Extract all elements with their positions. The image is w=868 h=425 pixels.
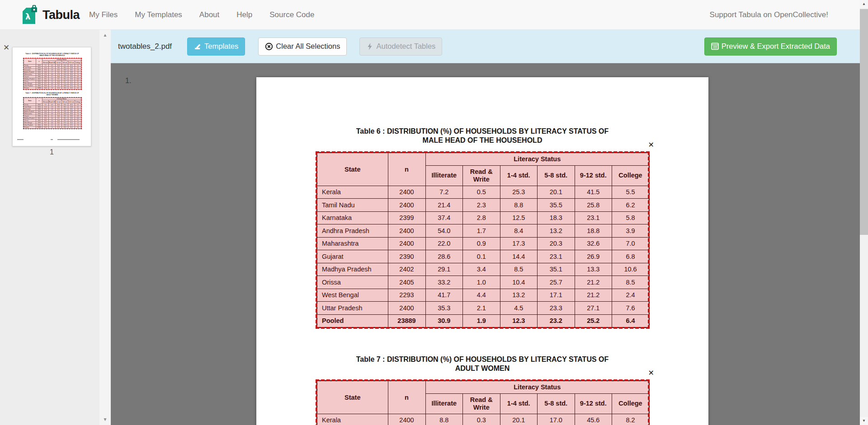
table-row: Andhra Pradesh240054.01.78.413.218.83.9 [24, 111, 81, 113]
nav-item-my-templates[interactable]: My Templates [126, 0, 191, 30]
table-cell: 1.9 [49, 126, 55, 129]
table-row: Madhya Pradesh240229.13.48.535.113.310.6 [24, 78, 81, 80]
preview-export-button[interactable]: Preview & Export Extracted Data [704, 37, 837, 56]
thumb-footer-pagenum [51, 139, 53, 140]
nav-item-source-code[interactable]: Source Code [261, 0, 323, 30]
table-cell: 23889 [36, 126, 42, 129]
remove-page-icon[interactable]: ✕ [3, 44, 9, 51]
table-cell: 12.3 [55, 87, 61, 89]
main-scrollbar[interactable]: ▲ ▼ [860, 0, 868, 425]
table-cell: Andhra Pradesh [24, 111, 36, 113]
sidebar-scroll-down-icon[interactable]: ▼ [99, 417, 111, 422]
remove-circle-icon [265, 42, 273, 51]
table-row: Uttar Pradesh240035.32.14.523.327.17.6 [24, 124, 81, 126]
template-save-icon [194, 42, 202, 50]
table-cell: 6.4 [75, 126, 81, 129]
column-header: 1-4 std. [55, 100, 61, 104]
nav-links: My Files My Templates About Help Source … [80, 0, 323, 30]
column-header: 9-12 std. [68, 61, 75, 65]
remove-selection-1-button[interactable]: ✕ [648, 141, 654, 149]
table-selection-1[interactable] [316, 151, 650, 329]
thumb-footer-source [57, 139, 80, 140]
nav-item-about[interactable]: About [191, 0, 228, 30]
table-cell: 25.2 [68, 87, 75, 89]
column-header: College [75, 61, 81, 65]
table-row: Madhya Pradesh240229.13.48.535.113.310.6 [24, 117, 81, 120]
brand[interactable]: λ Tabula [21, 5, 80, 25]
templates-button-label: Templates [204, 42, 238, 51]
clear-all-selections-button[interactable]: Clear All Selections [258, 37, 347, 56]
pdf-page[interactable]: Table 6 : DISTRIBUTION (%) OF HOUSEHOLDS… [256, 77, 708, 425]
table-cell: 30.9 [42, 87, 49, 89]
clear-button-label: Clear All Selections [276, 42, 340, 51]
filename-label: twotables_2.pdf [118, 42, 172, 51]
table-cell: 12.3 [55, 126, 61, 129]
table-cell: 30.9 [42, 126, 49, 129]
scroll-up-icon[interactable]: ▲ [860, 0, 868, 8]
export-button-label: Preview & Export Extracted Data [722, 42, 830, 51]
column-header: Read & Write [49, 100, 55, 104]
table-cell: Andhra Pradesh [24, 71, 36, 74]
svg-text:λ: λ [25, 12, 30, 21]
scroll-down-icon[interactable]: ▼ [860, 417, 868, 425]
table-cell: Madhya Pradesh [24, 78, 36, 80]
list-table-icon [711, 42, 719, 50]
column-header: 5-8 std. [61, 100, 68, 104]
pdf-viewer: 1. Table 6 : DISTRIBUTION (%) OF HOUSEHO… [111, 63, 860, 425]
column-header: 1-4 std. [55, 61, 61, 65]
table-cell: 23889 [36, 87, 42, 89]
column-header: Illiterate [42, 61, 49, 65]
thumb-table6: State n Literacy Status IlliterateRead &… [24, 58, 81, 89]
remove-selection-2-button[interactable]: ✕ [648, 369, 654, 377]
autodetect-tables-button: Autodetect Tables [359, 37, 442, 56]
table-row: Pooled2388930.91.912.323.225.26.4 [24, 87, 81, 89]
table-cell: Pooled [24, 87, 36, 89]
templates-button[interactable]: Templates [187, 37, 245, 56]
column-header: Read & Write [49, 61, 55, 65]
scrollbar-thumb[interactable] [860, 9, 868, 235]
table-row: Pooled2388930.91.912.323.225.26.4 [24, 126, 81, 129]
nav-item-my-files[interactable]: My Files [80, 0, 126, 30]
table7-region: State n Literacy Status IlliterateRead &… [316, 380, 649, 425]
thumbnail-sidebar: ✕ Table 6 : DISTRIBUTION (%) OF HOUSEHOL… [0, 30, 111, 425]
thumb-footer-text [17, 139, 24, 140]
table-cell: 1.9 [49, 87, 55, 89]
column-header: 5-8 std. [61, 61, 68, 65]
column-header: Illiterate [42, 100, 49, 104]
page-marker: 1. [125, 77, 131, 85]
table-cell: 23.2 [61, 126, 68, 129]
sidebar-scroll-up-icon[interactable]: ▲ [99, 33, 111, 38]
sidebar-scrollbar[interactable]: ▲ ▼ [99, 30, 111, 425]
table-cell: 25.2 [68, 126, 75, 129]
nav-item-help[interactable]: Help [228, 0, 261, 30]
thumbnail-page-number: 1 [12, 148, 91, 156]
table-row: Andhra Pradesh240054.01.78.413.218.83.9 [24, 71, 81, 74]
tabula-logo-icon: λ [21, 5, 38, 25]
thumb-table7: State n Literacy Status IlliterateRead &… [24, 98, 81, 129]
support-link[interactable]: Support Tabula on OpenCollective! [710, 0, 828, 30]
table-selection-2[interactable] [316, 379, 650, 425]
document-toolbar: twotables_2.pdf Templates Clear All Sele… [111, 30, 868, 63]
table6-title: Table 6 : DISTRIBUTION (%) OF HOUSEHOLDS… [256, 127, 708, 145]
table6-region: State n Literacy Status IlliterateRead &… [316, 152, 649, 328]
table-cell: 6.4 [75, 87, 81, 89]
column-header: 9-12 std. [68, 100, 75, 104]
top-navbar: λ Tabula My Files My Templates About Hel… [0, 0, 868, 30]
table-cell: Madhya Pradesh [24, 117, 36, 120]
brand-title: Tabula [42, 8, 80, 22]
thumb-table7-title: Table 7 : DISTRIBUTION (%) OF HOUSEHOLDS… [19, 92, 85, 96]
table-cell: 23.2 [61, 87, 68, 89]
table-cell: Pooled [24, 126, 36, 129]
table7-title: Table 7 : DISTRIBUTION (%) OF HOUSEHOLDS… [256, 355, 708, 373]
page-thumbnail[interactable]: Table 6 : DISTRIBUTION (%) OF HOUSEHOLDS… [12, 47, 91, 146]
column-header: College [75, 100, 81, 104]
thumb-table6-title: Table 6 : DISTRIBUTION (%) OF HOUSEHOLDS… [19, 53, 85, 56]
lightning-bolt-icon [366, 42, 373, 51]
autodetect-button-label: Autodetect Tables [376, 42, 435, 51]
table-row: Uttar Pradesh240035.32.14.523.327.17.6 [24, 85, 81, 87]
